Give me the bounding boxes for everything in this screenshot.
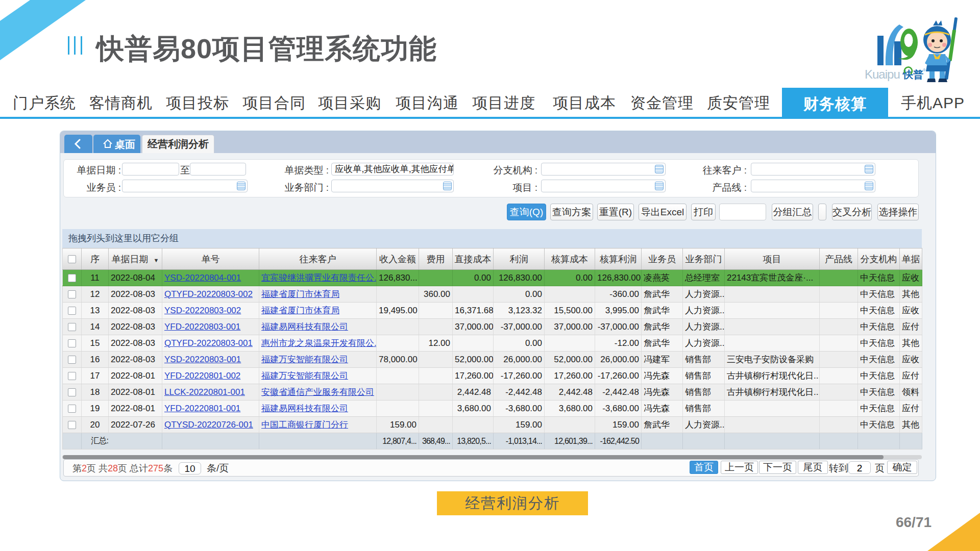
svg-text:Kuaipu: Kuaipu: [865, 67, 900, 81]
svg-text:®: ®: [923, 68, 926, 72]
